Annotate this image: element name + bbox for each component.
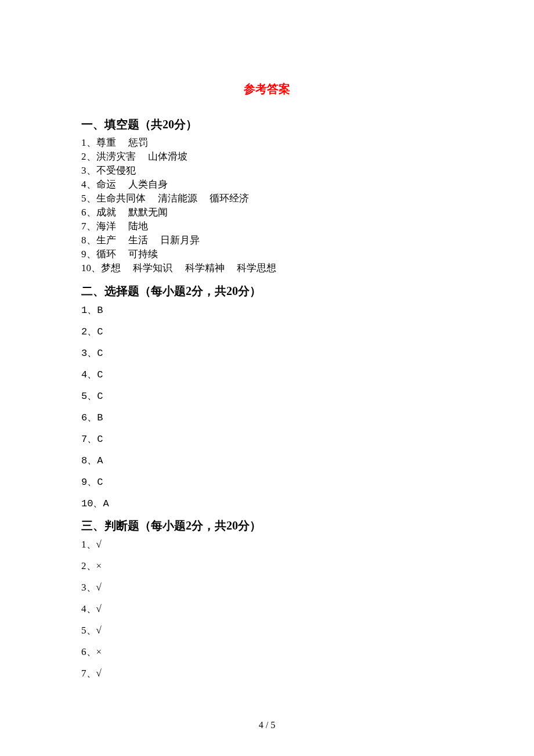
page-number: 4 / 5 (0, 720, 534, 730)
list-item: 9、循环 可持续 (81, 247, 453, 261)
list-item: 2、C (81, 325, 453, 338)
list-item: 8、A (81, 453, 453, 467)
list-item: 9、C (81, 475, 453, 488)
list-item: 7、C (81, 432, 453, 445)
list-item: 6、成就 默默无闻 (81, 206, 453, 219)
list-item: 10、A (81, 496, 453, 510)
list-item: 4、√ (81, 602, 453, 615)
section-choice-heading: 二、选择题（每小题2分，共20分） (81, 283, 453, 299)
fill-answer-list: 1、尊重 惩罚 2、洪涝灾害 山体滑坡 3、不受侵犯 4、命运 人类自身 5、生… (81, 136, 453, 275)
section-tf-heading: 三、判断题（每小题2分，共20分） (81, 518, 453, 534)
list-item: 3、不受侵犯 (81, 164, 453, 178)
list-item: 4、C (81, 368, 453, 381)
list-item: 2、洪涝灾害 山体滑坡 (81, 150, 453, 164)
list-item: 7、海洋 陆地 (81, 219, 453, 233)
document-title: 参考答案 (81, 81, 453, 97)
list-item: 1、√ (81, 538, 453, 551)
list-item: 2、× (81, 559, 453, 573)
list-item: 6、B (81, 411, 453, 424)
page: 参考答案 一、填空题（共20分） 1、尊重 惩罚 2、洪涝灾害 山体滑坡 3、不… (0, 0, 534, 756)
list-item: 5、C (81, 389, 453, 402)
list-item: 3、C (81, 346, 453, 359)
list-item: 1、B (81, 303, 453, 316)
list-item: 1、尊重 惩罚 (81, 136, 453, 150)
list-item: 4、命运 人类自身 (81, 178, 453, 192)
list-item: 5、√ (81, 624, 453, 637)
list-item: 3、√ (81, 581, 453, 594)
list-item: 6、× (81, 645, 453, 658)
tf-answer-list: 1、√ 2、× 3、√ 4、√ 5、√ 6、× 7、√ (81, 538, 453, 680)
list-item: 8、生产 生活 日新月异 (81, 233, 453, 247)
section-fill-heading: 一、填空题（共20分） (81, 117, 453, 132)
list-item: 10、梦想 科学知识 科学精神 科学思想 (81, 261, 453, 275)
choice-answer-list: 1、B 2、C 3、C 4、C 5、C 6、B 7、C 8、A 9、C 10、A (81, 303, 453, 510)
list-item: 7、√ (81, 667, 453, 680)
list-item: 5、生命共同体 清洁能源 循环经济 (81, 192, 453, 206)
